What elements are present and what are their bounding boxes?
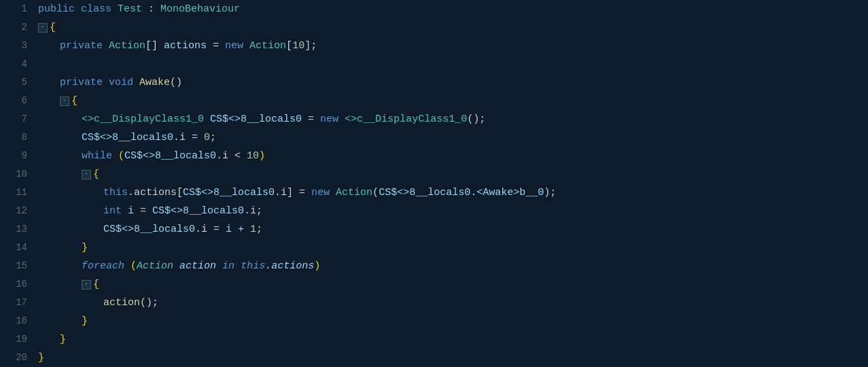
token: { — [71, 92, 77, 110]
token: CS$<>8__locals0 — [103, 220, 195, 239]
token: } — [60, 330, 66, 349]
token: } — [82, 312, 88, 330]
code-line-10: -{ — [38, 165, 868, 184]
token: CS$<>8__locals0 — [152, 202, 244, 220]
line-number-19: 19 — [0, 330, 35, 349]
token: .<Awake>b__0 — [470, 184, 544, 202]
code-line-13: CS$<>8__locals0.i = i + 1; — [38, 220, 868, 239]
token: CS$<>8__locals0 — [379, 184, 470, 202]
code-line-6: -{ — [38, 92, 868, 110]
token: Test — [118, 0, 142, 18]
line-number-13: 13 — [0, 220, 35, 239]
token: ); — [544, 184, 556, 202]
token: { — [93, 165, 99, 184]
token: [ — [286, 37, 292, 55]
line-number-4: 4 — [0, 55, 35, 73]
token: Awake — [139, 73, 170, 92]
code-line-3: private Action[] actions = new Action[10… — [38, 37, 868, 55]
token: ( — [372, 184, 379, 202]
token: .i] = — [275, 184, 311, 202]
code-line-7: <>c__DisplayClass1_0 CS$<>8__locals0 = n… — [38, 110, 868, 128]
token: new — [311, 184, 336, 202]
token: .actions[ — [128, 184, 183, 202]
code-line-16: -{ — [38, 275, 868, 294]
token — [204, 110, 210, 128]
token: new — [225, 37, 249, 55]
token: () — [170, 73, 182, 92]
token: private — [60, 73, 109, 92]
token: MonoBehaviour — [160, 0, 240, 18]
token: Action — [109, 37, 145, 55]
token: <>c__DisplayClass1_0 — [82, 110, 204, 128]
token: in — [222, 257, 235, 275]
token: [] — [145, 37, 164, 55]
token: action — [103, 294, 140, 312]
line-number-18: 18 — [0, 312, 35, 330]
line-number-3: 3 — [0, 37, 35, 55]
line-number-8: 8 — [0, 128, 35, 147]
collapse-button-10[interactable]: - — [82, 170, 91, 179]
token: .i = — [195, 220, 226, 239]
token: .i < — [216, 147, 247, 165]
token: 1 — [250, 220, 256, 239]
token: actions — [164, 37, 207, 55]
code-line-20: } — [38, 349, 868, 367]
code-line-8: CS$<>8__locals0.i = 0; — [38, 128, 868, 147]
line-number-1: 1 — [0, 0, 35, 18]
code-line-18: } — [38, 312, 868, 330]
token: ) — [314, 257, 320, 275]
token: ( — [118, 147, 124, 165]
token: void — [109, 73, 139, 92]
token: { — [50, 18, 56, 37]
collapse-button-2[interactable]: - — [38, 23, 48, 33]
line-number-6: 6 — [0, 92, 35, 110]
token: = — [134, 202, 152, 220]
token: new — [320, 110, 345, 128]
token: { — [93, 275, 99, 294]
token: CS$<>8__locals0 — [82, 128, 173, 147]
token: .actions — [265, 257, 314, 275]
token: CS$<>8__locals0 — [210, 110, 302, 128]
line-number-10: 10 — [0, 165, 35, 184]
token: int — [103, 202, 128, 220]
code-line-11: this.actions[CS$<>8__locals0.i] = new Ac… — [38, 184, 868, 202]
token: Action — [336, 184, 372, 202]
token: this — [103, 184, 128, 202]
line-number-16: 16 — [0, 275, 35, 294]
token: ) — [259, 147, 265, 165]
line-numbers: 1234567891011121314151617181920 — [0, 0, 35, 367]
token — [235, 257, 241, 275]
code-line-15: foreach (Action action in this.actions) — [38, 257, 868, 275]
collapse-button-6[interactable]: - — [60, 97, 69, 106]
token: this — [241, 257, 265, 275]
token: ; — [210, 128, 216, 147]
token: (); — [467, 110, 485, 128]
line-number-12: 12 — [0, 202, 35, 220]
token: CS$<>8__locals0 — [183, 184, 275, 202]
token: public — [38, 0, 81, 18]
collapse-button-16[interactable]: - — [82, 280, 91, 290]
token: while — [82, 147, 118, 165]
code-area[interactable]: public class Test : MonoBehaviour-{priva… — [35, 0, 868, 367]
code-line-5: private void Awake() — [38, 73, 868, 92]
code-line-1: public class Test : MonoBehaviour — [38, 0, 868, 18]
token: 0 — [204, 128, 210, 147]
token: (); — [140, 294, 158, 312]
token: action — [179, 257, 216, 275]
line-number-17: 17 — [0, 294, 35, 312]
token: CS$<>8__locals0 — [124, 147, 216, 165]
token: ]; — [305, 37, 317, 55]
token: <>c__DisplayClass1_0 — [345, 110, 467, 128]
line-number-15: 15 — [0, 257, 35, 275]
token: 10 — [292, 37, 305, 55]
token: } — [82, 239, 88, 257]
code-line-4 — [38, 55, 868, 73]
line-number-9: 9 — [0, 147, 35, 165]
token: : — [142, 0, 160, 18]
token: private — [60, 37, 109, 55]
token: ( — [131, 257, 137, 275]
line-number-14: 14 — [0, 239, 35, 257]
token: class — [81, 0, 118, 18]
token: i — [226, 220, 232, 239]
code-line-17: action(); — [38, 294, 868, 312]
